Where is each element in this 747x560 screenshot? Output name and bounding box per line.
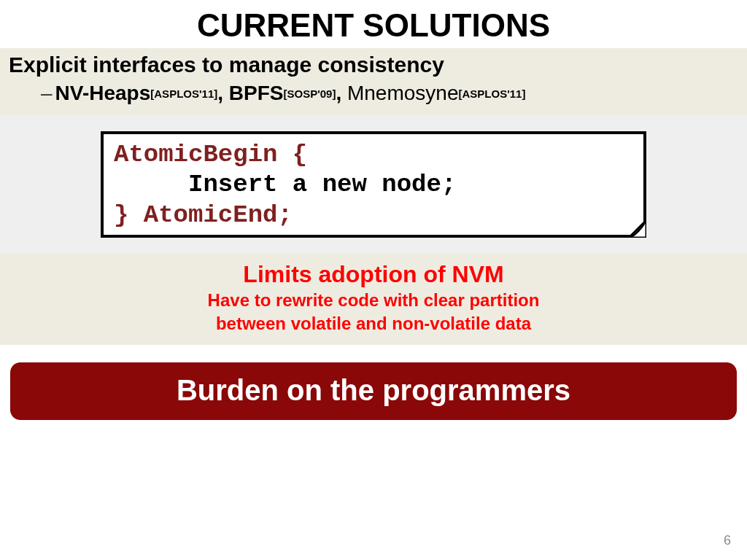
burden-wrap: Burden on the programmers (0, 351, 747, 420)
ref-nvheaps: NV-Heaps (55, 82, 151, 104)
ref-mnemosyne: Mnemosyne (347, 82, 459, 104)
header-band: Explicit interfaces to manage consistenc… (0, 48, 747, 115)
spacer (0, 345, 747, 351)
code-band: AtomicBegin { Insert a new node; } Atomi… (0, 115, 747, 254)
sep-2: , (336, 82, 347, 104)
sep-1: , (217, 82, 229, 104)
burden-callout: Burden on the programmers (10, 362, 737, 420)
page-fold-icon (626, 217, 646, 238)
slide: CURRENT SOLUTIONS Explicit interfaces to… (0, 0, 747, 560)
limits-band: Limits adoption of NVM Have to rewrite c… (0, 254, 747, 345)
code-atomic-end: } AtomicEnd; (114, 201, 293, 229)
code-snippet: AtomicBegin { Insert a new node; } Atomi… (101, 131, 646, 238)
ref-mnemosyne-cite: [ASPLOS'11] (458, 88, 525, 100)
page-number: 6 (724, 533, 731, 548)
bullet-dash: – (41, 82, 53, 105)
code-indent (114, 171, 188, 198)
limits-sub-2: between volatile and non-volatile data (7, 313, 740, 335)
references-line: – NV-Heaps [ASPLOS'11], BPFS [SOSP'09], … (7, 77, 740, 108)
ref-nvheaps-cite: [ASPLOS'11] (150, 88, 217, 100)
ref-bpfs: BPFS (229, 82, 284, 104)
code-atomic-begin: AtomicBegin { (114, 141, 307, 168)
ref-bpfs-cite: [SOSP'09] (283, 88, 336, 100)
header-text: Explicit interfaces to manage consistenc… (7, 52, 740, 77)
limits-sub-1: Have to rewrite code with clear partitio… (7, 289, 740, 311)
limits-title: Limits adoption of NVM (7, 261, 740, 288)
slide-title: CURRENT SOLUTIONS (0, 0, 747, 48)
code-body: Insert a new node; (188, 171, 456, 198)
